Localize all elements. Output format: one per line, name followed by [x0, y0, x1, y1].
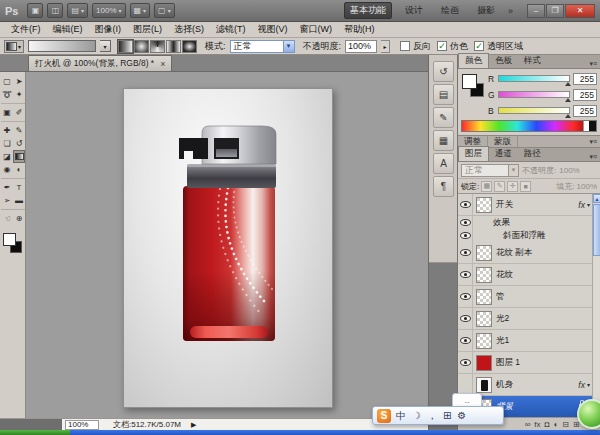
linear-gradient-button[interactable]	[118, 40, 133, 53]
layer-effects-badge[interactable]: fx▾	[578, 380, 590, 390]
panel-menu-icon[interactable]: ▾≡	[586, 138, 600, 146]
visibility-cell[interactable]	[458, 308, 473, 329]
eye-icon[interactable]	[460, 201, 471, 208]
slider-knob[interactable]	[565, 98, 571, 102]
eye-icon[interactable]	[460, 219, 471, 226]
menu-图像(I)[interactable]: 图像(I)	[90, 23, 127, 36]
info-panel-icon[interactable]: ▦	[433, 130, 454, 151]
blend-mode-select[interactable]: 正常 ▼	[230, 40, 295, 53]
view-extras-button[interactable]: ▤▾	[67, 3, 88, 18]
settings-wrench-icon[interactable]: ⚙	[457, 410, 466, 421]
menu-视图(V)[interactable]: 视图(V)	[253, 23, 293, 36]
arrange-documents-button[interactable]: ▦▾	[130, 3, 151, 18]
layer-thumbnail[interactable]	[476, 377, 492, 393]
visibility-cell[interactable]	[458, 374, 473, 395]
close-button[interactable]: ✕	[565, 4, 595, 18]
menu-帮助(H)[interactable]: 帮助(H)	[339, 23, 380, 36]
zoom-level-button[interactable]: 100%▾	[92, 3, 125, 18]
new-group-icon[interactable]: ⊟	[562, 420, 569, 429]
B-value-field[interactable]: 255	[573, 105, 597, 117]
eraser-tool[interactable]: ◪	[1, 150, 13, 163]
workspace-基本功能[interactable]: 基本功能	[344, 2, 392, 19]
sogou-logo[interactable]: S	[377, 409, 391, 423]
menu-文件(F)[interactable]: 文件(F)	[6, 23, 46, 36]
G-slider[interactable]	[498, 91, 570, 98]
仿色-checkbox[interactable]: ✓	[437, 41, 447, 51]
color-tab-样式[interactable]: 样式	[518, 54, 547, 68]
zoom-level-field[interactable]: 100%	[65, 420, 99, 430]
color-spectrum-ramp[interactable]	[461, 120, 597, 132]
opacity-input[interactable]: 100%	[345, 40, 377, 53]
move-tool[interactable]: ➤	[13, 75, 25, 88]
diamond-gradient-button[interactable]	[182, 40, 197, 53]
scrollbar-thumb[interactable]	[593, 204, 600, 256]
healing-brush-tool[interactable]: ✚	[1, 124, 13, 137]
floating-assistant-ball[interactable]	[577, 399, 600, 429]
checkbox-反向[interactable]: 反向	[400, 40, 431, 53]
new-adjustment-layer-icon[interactable]: ◐	[553, 420, 558, 429]
layer-row-效果[interactable]: 效果	[458, 216, 592, 229]
styles-panel-icon[interactable]: ✎	[433, 107, 454, 128]
R-slider[interactable]	[498, 75, 570, 82]
shape-tool[interactable]: ▬	[13, 194, 25, 207]
lasso-tool[interactable]: ➰	[1, 88, 13, 101]
lock-image-pixels-icon[interactable]: ✎	[494, 181, 505, 192]
lock-position-icon[interactable]: ✛	[507, 181, 518, 192]
rectangular-marquee-tool[interactable]: ▢	[1, 75, 13, 88]
panel-menu-icon[interactable]: ▾≡	[586, 60, 600, 68]
radial-gradient-button[interactable]	[134, 40, 149, 53]
character-panel-icon[interactable]: A	[433, 153, 454, 174]
paragraph-panel-icon[interactable]: ¶	[433, 176, 454, 197]
gradient-tool[interactable]	[13, 150, 25, 163]
canvas-area[interactable]	[26, 72, 428, 418]
eye-icon[interactable]	[460, 271, 471, 278]
layer-effects-badge[interactable]: fx▾	[578, 200, 590, 210]
layer-row-花纹 副本[interactable]: 花纹 副本	[458, 242, 592, 264]
clone-stamp-tool[interactable]: ❏	[1, 137, 13, 150]
layers-tab-通道[interactable]: 通道	[489, 147, 518, 161]
workspace-overflow-button[interactable]: »	[508, 6, 513, 16]
eye-icon[interactable]	[460, 249, 471, 256]
actions-panel-icon[interactable]: ▤	[433, 84, 454, 105]
layer-row-光2[interactable]: 光2	[458, 308, 592, 330]
visibility-cell[interactable]	[458, 330, 473, 351]
slider-knob[interactable]	[565, 114, 571, 118]
history-brush-tool[interactable]: ↺	[13, 137, 25, 150]
layer-thumbnail[interactable]	[476, 267, 492, 283]
document-canvas[interactable]	[123, 88, 333, 408]
minimize-button[interactable]: –	[527, 4, 545, 18]
panel-menu-icon[interactable]: ▾≡	[586, 153, 600, 161]
tab-蒙版[interactable]: 蒙版	[488, 136, 518, 147]
close-tab-icon[interactable]: ×	[160, 59, 165, 69]
eye-icon[interactable]	[460, 315, 471, 322]
B-slider[interactable]	[498, 107, 570, 114]
workspace-绘画[interactable]: 绘画	[436, 3, 464, 18]
foreground-color-swatch[interactable]	[3, 233, 16, 246]
menu-滤镜(T)[interactable]: 滤镜(T)	[211, 23, 251, 36]
layer-row-花纹[interactable]: 花纹	[458, 264, 592, 286]
layer-thumbnail[interactable]	[476, 245, 492, 261]
eye-icon[interactable]	[460, 293, 471, 300]
workspace-设计[interactable]: 设计	[400, 3, 428, 18]
反向-checkbox[interactable]	[400, 41, 410, 51]
chinese-mode-icon[interactable]: 中	[396, 409, 406, 423]
crop-tool[interactable]: ▣	[1, 106, 13, 119]
foreground-color-swatch[interactable]	[462, 74, 477, 89]
layer-thumbnail[interactable]	[476, 333, 492, 349]
layer-thumbnail[interactable]	[476, 289, 492, 305]
visibility-cell[interactable]	[458, 286, 473, 307]
eye-icon[interactable]	[460, 232, 471, 239]
history-panel-icon[interactable]: ↺	[433, 61, 454, 82]
reflected-gradient-button[interactable]	[166, 40, 181, 53]
visibility-cell[interactable]	[458, 242, 473, 263]
layer-row-图层 1[interactable]: 图层 1	[458, 352, 592, 374]
layer-row-开关[interactable]: 开关fx▾	[458, 194, 592, 216]
pen-tool[interactable]: ✒	[1, 181, 13, 194]
menu-选择(S)[interactable]: 选择(S)	[169, 23, 209, 36]
layer-row-光1[interactable]: 光1	[458, 330, 592, 352]
visibility-cell[interactable]	[458, 264, 473, 285]
fill-value[interactable]: 100%	[577, 182, 597, 191]
eyedropper-tool[interactable]: ✐	[13, 106, 25, 119]
layers-tab-图层[interactable]: 图层	[458, 146, 489, 161]
layer-thumbnail[interactable]	[476, 355, 492, 371]
